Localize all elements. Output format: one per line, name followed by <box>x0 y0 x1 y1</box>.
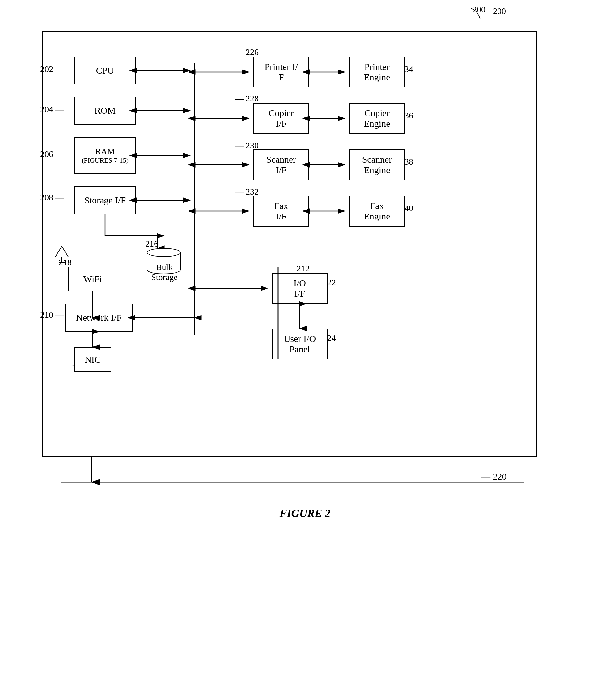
ref-208: 208 — <box>40 193 64 203</box>
user-io-label: User I/OPanel <box>284 333 316 354</box>
copier-if-box: CopierI/F <box>253 103 309 134</box>
ref-210: 210 — <box>40 310 64 320</box>
cpu-label: CPU <box>96 65 114 76</box>
main-box: 202 — 204 — 206 — 208 — 218 210 — — 214 … <box>42 31 537 457</box>
fax-if-label: FaxI/F <box>274 201 288 222</box>
copier-if-label: CopierI/F <box>269 108 294 129</box>
bottom-svg: — 220 <box>42 457 537 494</box>
scanner-if-label: ScannerI/F <box>267 154 296 175</box>
ref-204: 204 — <box>40 105 64 114</box>
user-io-panel-box: User I/OPanel <box>272 329 327 360</box>
cpu-box: CPU <box>74 57 136 84</box>
svg-text:200: 200 <box>472 7 485 14</box>
fax-engine-label: FaxEngine <box>364 201 390 222</box>
bulk-storage-label: BulkStorage <box>147 262 181 282</box>
figure-caption: FIGURE 2 <box>279 507 330 520</box>
printer-if-box: Printer I/F <box>253 57 309 88</box>
wifi-label: WiFi <box>83 274 102 284</box>
network-if-box: Network I/F <box>65 304 133 332</box>
nic-box: NIC <box>74 347 111 372</box>
storage-box: Storage I/F <box>74 186 136 214</box>
printer-if-label: Printer I/F <box>264 62 298 82</box>
scanner-engine-label: ScannerEngine <box>362 154 392 175</box>
bottom-line-area: — 220 <box>42 457 537 488</box>
svg-text:— 220: — 220 <box>481 471 507 481</box>
antenna-icon <box>52 245 71 264</box>
nic-label: NIC <box>85 354 101 365</box>
io-if-box: I/OI/F <box>272 273 327 304</box>
ram-sublabel: (FIGURES 7-15) <box>82 156 129 164</box>
ref-212: 212 <box>296 264 310 273</box>
ram-label: RAM <box>95 146 115 156</box>
scanner-if-box: ScannerI/F <box>253 149 309 180</box>
diagram-wrapper: 200 202 — 204 — 206 — 208 — 218 210 — — … <box>42 12 568 488</box>
ref-216: 216 <box>145 239 158 249</box>
printer-engine-label: PrinterEngine <box>364 62 390 82</box>
fax-if-box: FaxI/F <box>253 196 309 226</box>
copier-engine-box: CopierEngine <box>349 103 405 134</box>
svg-marker-0 <box>55 246 69 257</box>
svg-rect-2 <box>59 262 64 263</box>
ref-202: 202 — <box>40 64 64 74</box>
connections-svg <box>43 32 536 457</box>
fax-engine-box: FaxEngine <box>349 196 405 226</box>
copier-engine-label: CopierEngine <box>364 108 390 129</box>
cylinder-top <box>147 248 181 257</box>
rom-box: ROM <box>74 97 136 125</box>
printer-engine-box: PrinterEngine <box>349 57 405 88</box>
storage-label: Storage I/F <box>84 195 126 206</box>
rom-label: ROM <box>95 106 116 116</box>
ref-206: 206 — <box>40 149 64 159</box>
bulk-storage-cylinder: BulkStorage <box>142 248 186 274</box>
scanner-engine-box: ScannerEngine <box>349 149 405 180</box>
ref-number-top: 200 <box>452 7 489 25</box>
ref-228: — 228 <box>235 94 259 104</box>
bulk-storage-area: BulkStorage <box>142 248 186 288</box>
ref-226: — 226 <box>235 47 259 57</box>
ref-200-curve: 200 <box>452 7 489 22</box>
network-label: Network I/F <box>76 313 122 323</box>
ref-200: 200 <box>493 6 506 16</box>
ram-box: RAM (FIGURES 7-15) <box>74 137 136 174</box>
wifi-box: WiFi <box>68 267 117 291</box>
io-if-label: I/OI/F <box>293 278 306 299</box>
